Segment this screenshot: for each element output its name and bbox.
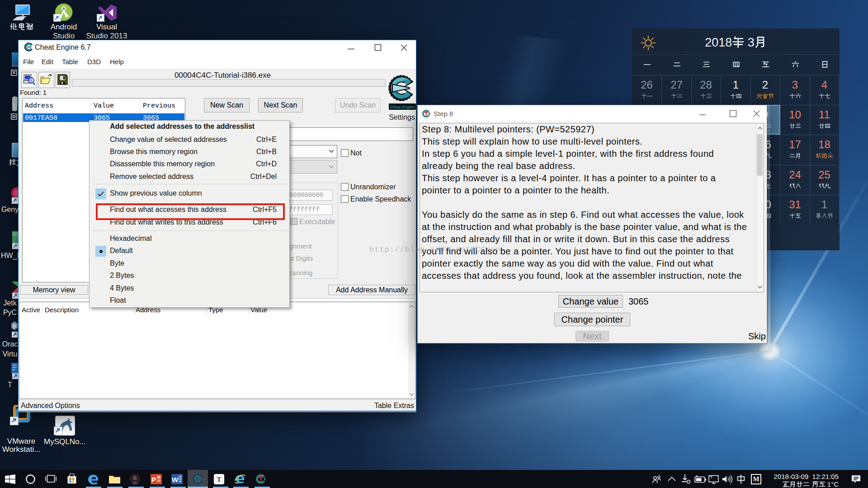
svg-text:T: T (217, 476, 221, 483)
svg-text:P: P (151, 476, 156, 483)
svg-text:Cheat Engine: Cheat Engine (390, 105, 415, 109)
svg-text:W: W (172, 476, 179, 483)
